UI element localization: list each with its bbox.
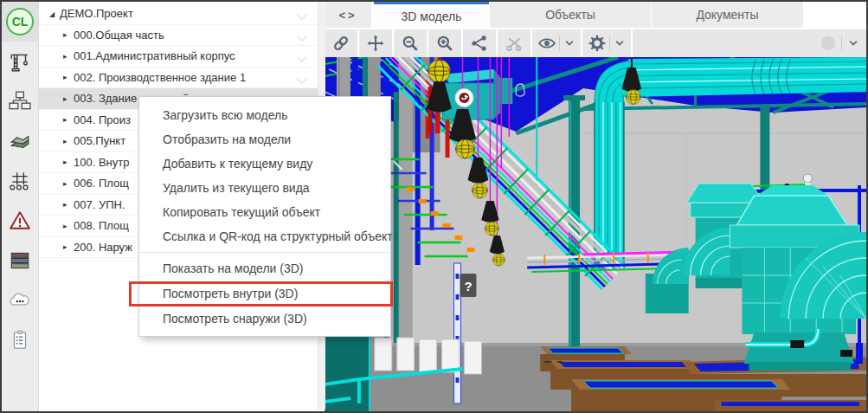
chevron-down-icon[interactable] — [297, 52, 306, 61]
context-menu-item-label: Посмотреть снаружи (3D) — [163, 312, 307, 326]
layers-icon — [9, 249, 31, 272]
context-menu-item-label: Копировать текущий объект — [163, 205, 320, 219]
tree-expand-arrow-icon[interactable] — [63, 222, 74, 230]
context-menu-item-label: Отобразить на модели — [163, 132, 291, 146]
render-mode-button[interactable] — [820, 29, 859, 57]
tree-expand-arrow-icon[interactable] — [63, 200, 74, 209]
context-menu-item-label: Добавить к текущему виду — [163, 157, 312, 171]
viewer-toolbar — [325, 29, 866, 57]
tab-documents[interactable]: Документы — [652, 2, 803, 28]
sidebar-item-construction[interactable] — [2, 42, 38, 81]
context-menu-item[interactable]: Добавить к текущему виду — [139, 152, 390, 176]
3d-viewport[interactable]: ? — [325, 57, 866, 411]
context-menu-item-label: Показать на модели (3D) — [163, 261, 304, 275]
context-menu-item[interactable]: Посмотреть снаружи (3D) — [139, 307, 390, 332]
tree-node-label: 007. УПН. — [74, 198, 125, 211]
sidebar-item-comments[interactable] — [2, 281, 38, 320]
context-menu-item[interactable]: Загрузить всю модель — [139, 103, 390, 127]
chevron-down-icon[interactable] — [297, 10, 306, 19]
sidebar-item-tasks[interactable] — [2, 320, 38, 360]
eye-icon — [538, 35, 556, 52]
chevron-down-icon[interactable] — [563, 37, 575, 49]
tree-expand-arrow-icon[interactable] — [63, 52, 74, 61]
sidebar-item-structure[interactable] — [2, 81, 38, 121]
tree-node[interactable]: 002. Производственное здание 1 — [39, 68, 318, 89]
tree-node[interactable]: ДЕМО.Проект — [39, 3, 318, 25]
tree-expand-arrow-icon[interactable] — [63, 73, 74, 81]
tree-node-label: ДЕМО.Проект — [60, 7, 133, 20]
context-menu-item-label: Удалить из текущего вида — [163, 181, 310, 195]
left-toolbar: CL — [2, 2, 39, 411]
tree-expand-arrow-icon[interactable] — [63, 94, 74, 103]
tree-expand-arrow-icon[interactable] — [63, 115, 74, 124]
tree-node[interactable]: 000.Общая часть — [39, 25, 318, 47]
chevron-down-icon[interactable] — [297, 74, 306, 83]
tree-expand-arrow-icon[interactable] — [49, 10, 60, 18]
tab-objects[interactable]: Объекты — [490, 2, 651, 28]
tree-node-label: 006. Площ — [74, 177, 129, 190]
context-menu-item-label: Ссылка и QR-код на структурный объект — [163, 229, 393, 243]
chevron-down-icon[interactable] — [614, 37, 626, 49]
context-menu-item[interactable]: Отобразить на модели — [139, 127, 390, 152]
collapse-panel-button[interactable]: <> — [325, 2, 371, 28]
sidebar-item-layers[interactable] — [2, 241, 38, 281]
zoom-in-button[interactable] — [428, 29, 463, 57]
tree-node-label: 200. Наруж — [74, 241, 132, 254]
tree-expand-arrow-icon[interactable] — [63, 30, 74, 39]
context-menu-item[interactable]: Показать на модели (3D) — [139, 256, 390, 281]
tree-node-label: 008. Площ — [74, 219, 129, 232]
tree-expand-arrow-icon[interactable] — [63, 242, 74, 251]
share-button[interactable] — [463, 29, 498, 57]
terrain-icon — [9, 130, 31, 152]
zoom-out-icon — [402, 35, 419, 52]
cut-button[interactable] — [498, 29, 532, 57]
comment-cloud-icon — [9, 289, 31, 312]
sphere-icon — [820, 35, 836, 51]
tab-3d-model[interactable]: 3D модель — [374, 2, 489, 28]
link-button[interactable] — [325, 29, 359, 57]
tree-node-label: 002. Производственное здание 1 — [74, 71, 246, 84]
sidebar-item-network[interactable] — [2, 161, 38, 201]
sidebar-item-warnings[interactable] — [2, 201, 38, 241]
chevron-down-icon[interactable] — [847, 37, 859, 49]
button-separator — [841, 35, 842, 51]
tree-node-label: 004. Произ — [74, 113, 131, 126]
viewer-tab-bar: <> 3D модель Объекты Документы — [325, 2, 866, 28]
structure-tree-icon — [9, 90, 31, 113]
tree-node[interactable]: 001.Административный корпус — [39, 46, 318, 68]
context-menu-item[interactable] — [140, 252, 389, 253]
chevron-down-icon[interactable] — [297, 31, 306, 41]
tree-expand-arrow-icon[interactable] — [63, 137, 74, 145]
visibility-button[interactable] — [532, 29, 582, 57]
app-window: CL — [0, 0, 868, 413]
pan-crosshair-icon — [367, 35, 384, 52]
warning-triangle-icon — [9, 210, 31, 232]
app-logo[interactable]: CL — [2, 2, 38, 42]
tree-expand-arrow-icon[interactable] — [63, 158, 74, 166]
zoom-out-button[interactable] — [394, 29, 428, 57]
settings-button[interactable] — [582, 29, 633, 57]
3d-scene: ? — [325, 57, 866, 411]
tree-node-label: 000.Общая часть — [74, 29, 164, 42]
focus-button[interactable] — [359, 29, 394, 57]
context-menu-item[interactable]: Посмотреть внутри (3D) — [139, 281, 390, 307]
crane-icon — [9, 50, 31, 73]
context-menu: Загрузить всю модель Отобразить на модел… — [138, 96, 391, 337]
tree-node-label: 001.Административный корпус — [74, 49, 235, 62]
svg-text:?: ? — [464, 279, 472, 294]
context-menu-item[interactable]: Копировать текущий объект — [139, 200, 390, 224]
sidebar-item-terrain[interactable] — [2, 121, 38, 161]
context-menu-item-label: Посмотреть внутри (3D) — [163, 287, 298, 300]
viewpoint-marker-icon[interactable] — [455, 89, 473, 107]
viewer-panel: <> 3D модель Объекты Документы — [325, 2, 866, 411]
link-icon — [332, 35, 350, 52]
zoom-in-icon — [436, 35, 453, 52]
context-menu-item[interactable]: Удалить из текущего вида — [139, 176, 390, 200]
button-separator — [609, 35, 610, 51]
tree-expand-arrow-icon[interactable] — [63, 179, 74, 188]
help-marker[interactable]: ? — [460, 274, 477, 297]
context-menu-item[interactable]: Ссылка и QR-код на структурный объект — [139, 224, 390, 248]
clipboard-list-icon — [9, 329, 31, 352]
gear-icon — [588, 35, 606, 52]
tree-node-label: 005.Пункт — [74, 134, 125, 147]
